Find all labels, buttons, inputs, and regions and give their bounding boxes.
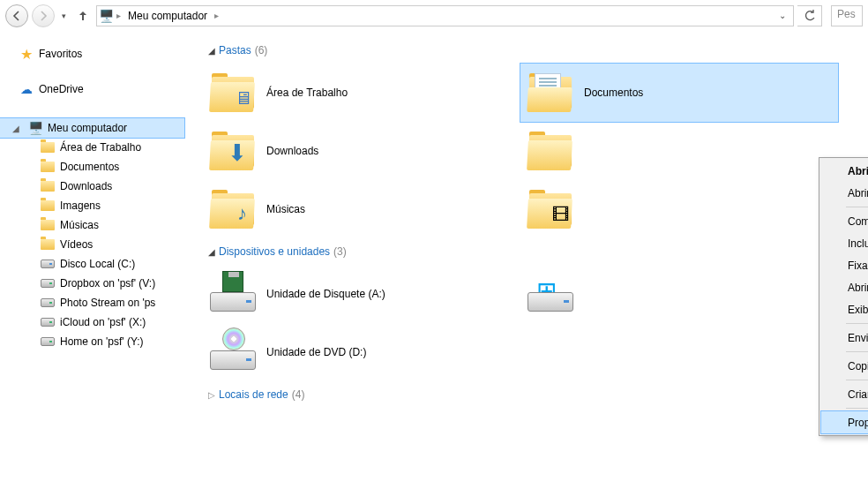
- folder-icon: [41, 200, 55, 211]
- section-count: (3): [333, 245, 347, 258]
- collapse-icon[interactable]: ◢: [208, 247, 215, 257]
- ctx-separator: [846, 351, 868, 352]
- sidebar-label: Favoritos: [39, 48, 82, 60]
- folder-icon: ♪: [210, 190, 256, 229]
- sidebar-item-desktop[interactable]: Área de Trabalho: [0, 138, 184, 157]
- ctx-label: Fixar na Tela Inicial: [848, 260, 868, 272]
- folder-tile-hidden2[interactable]: 🎞: [520, 180, 838, 238]
- ctx-label: Abrir: [848, 165, 868, 177]
- sidebar-item-label: Área de Trabalho: [60, 141, 141, 154]
- expand-icon[interactable]: ◢: [12, 124, 19, 133]
- sidebar-item-dropbox[interactable]: Dropbox on 'psf' (V:): [0, 274, 184, 293]
- sidebar-item-icloud[interactable]: iCloud on 'psf' (X:): [0, 312, 184, 332]
- ctx-open-new-window[interactable]: Abrir em nova janela: [821, 182, 868, 204]
- drive-icon: [41, 260, 55, 268]
- ctx-label: Incluir na biblioteca: [848, 237, 868, 250]
- up-button[interactable]: [73, 6, 93, 26]
- collapse-icon[interactable]: ◢: [208, 46, 215, 56]
- sidebar-item-music[interactable]: Músicas: [0, 215, 184, 235]
- breadcrumb-separator[interactable]: ▸: [113, 11, 124, 20]
- sidebar: ★ Favoritos ☁ OneDrive ◢ 🖥️ Meu computad…: [0, 32, 185, 489]
- section-title: Locais de rede: [219, 388, 288, 401]
- section-devices[interactable]: ◢ Dispositivos e unidades (3): [185, 245, 868, 258]
- sidebar-label: Meu computador: [48, 122, 127, 134]
- section-folders[interactable]: ◢ Pastas (6): [185, 44, 868, 56]
- history-dropdown[interactable]: ▾: [58, 11, 70, 20]
- computer-icon: 🖥️: [28, 121, 42, 135]
- computer-icon: 🖥️: [99, 9, 113, 23]
- folder-icon: 🎞: [528, 190, 573, 229]
- tile-label: Área de Trabalho: [266, 87, 348, 99]
- refresh-button[interactable]: [797, 5, 822, 26]
- sidebar-item-label: Músicas: [60, 219, 99, 231]
- expand-icon[interactable]: ▷: [208, 390, 215, 400]
- tile-label: Documentos: [584, 87, 643, 99]
- ctx-label: Propriedades: [848, 417, 868, 429]
- folder-icon: [41, 239, 55, 250]
- device-tile-floppy[interactable]: Unidade de Disquete (A:): [203, 265, 520, 323]
- folder-tile-downloads[interactable]: ⬇ Downloads: [203, 122, 520, 180]
- breadcrumb-separator[interactable]: ▸: [211, 11, 222, 20]
- sidebar-item-images[interactable]: Imagens: [0, 196, 184, 215]
- section-title: Pastas: [219, 44, 251, 56]
- folder-icon: [41, 162, 55, 172]
- ctx-open[interactable]: Abrir: [821, 160, 868, 182]
- network-drive-icon: [41, 279, 55, 288]
- folder-tile-music[interactable]: ♪ Músicas: [203, 180, 520, 238]
- address-bar[interactable]: 🖥️ ▸ Meu computador ▸ ⌄: [96, 5, 794, 26]
- sidebar-favorites[interactable]: ★ Favoritos: [0, 44, 184, 64]
- section-count: (4): [292, 388, 305, 401]
- ctx-show-finder[interactable]: Exibir no Finder: [821, 298, 868, 320]
- address-dropdown[interactable]: ⌄: [774, 11, 791, 20]
- folder-tile-documents[interactable]: Documentos: [520, 64, 838, 122]
- tile-label: Unidade de DVD (D:): [266, 346, 366, 358]
- folder-icon: [41, 181, 55, 192]
- forward-button[interactable]: [32, 4, 55, 27]
- search-input[interactable]: Pes: [831, 5, 863, 26]
- sidebar-item-documents[interactable]: Documentos: [0, 157, 184, 177]
- sidebar-item-label: Imagens: [60, 199, 101, 212]
- sidebar-item-label: Home on 'psf' (Y:): [60, 335, 144, 348]
- breadcrumb[interactable]: Meu computador: [124, 8, 211, 24]
- sidebar-item-label: Vídeos: [60, 238, 93, 251]
- sidebar-item-home[interactable]: Home on 'psf' (Y:): [0, 332, 184, 351]
- drive-icon: ⊞: [528, 276, 573, 312]
- sidebar-item-label: Documentos: [60, 161, 119, 173]
- tile-label: Unidade de Disquete (A:): [266, 288, 385, 300]
- ctx-separator: [846, 380, 868, 380]
- folder-icon: [41, 220, 55, 230]
- folder-icon: [528, 132, 573, 170]
- sidebar-item-photostream[interactable]: Photo Stream on 'ps: [0, 293, 184, 312]
- tile-label: Downloads: [266, 145, 318, 157]
- device-tile-dvd[interactable]: Unidade de DVD (D:): [203, 323, 520, 381]
- sidebar-computer[interactable]: ◢ 🖥️ Meu computador: [0, 118, 184, 138]
- sidebar-item-local-disk[interactable]: Disco Local (C:): [0, 254, 184, 274]
- ctx-include-library[interactable]: Incluir na biblioteca▶: [821, 232, 868, 254]
- ctx-open-mac[interactable]: Abrir no Mac: [821, 276, 868, 298]
- ctx-pin-start[interactable]: Fixar na Tela Inicial: [821, 254, 868, 276]
- ctx-label: Compartilhar com: [848, 215, 868, 228]
- sidebar-onedrive[interactable]: ☁ OneDrive: [0, 79, 184, 99]
- ctx-separator: [846, 207, 868, 207]
- section-network[interactable]: ▷ Locais de rede (4): [185, 388, 868, 401]
- folder-tile-desktop[interactable]: 🖥 Área de Trabalho: [203, 64, 520, 122]
- ctx-separator: [846, 323, 868, 324]
- sidebar-item-downloads[interactable]: Downloads: [0, 177, 184, 196]
- ctx-label: Copiar: [848, 360, 868, 372]
- sidebar-label: OneDrive: [39, 83, 84, 95]
- folder-icon: ⬇: [210, 132, 256, 170]
- folder-tile-hidden[interactable]: [520, 122, 838, 180]
- section-title: Dispositivos e unidades: [219, 245, 330, 258]
- sidebar-item-videos[interactable]: Vídeos: [0, 235, 184, 254]
- ctx-create-shortcut[interactable]: Criar atalho: [821, 383, 868, 405]
- back-button[interactable]: [5, 4, 28, 27]
- ctx-properties[interactable]: Propriedades: [821, 411, 868, 433]
- device-tile-hidden[interactable]: ⊞: [520, 265, 838, 323]
- sidebar-item-label: Dropbox on 'psf' (V:): [60, 277, 155, 290]
- ctx-copy[interactable]: Copiar: [821, 355, 868, 377]
- ctx-share-with[interactable]: Compartilhar com▶: [821, 210, 868, 232]
- sidebar-item-label: Photo Stream on 'ps: [60, 297, 155, 309]
- ctx-send-to[interactable]: Enviar para▶: [821, 327, 868, 349]
- content-area: ◢ Pastas (6) 🖥 Área de Trabalho Document…: [185, 32, 868, 489]
- ctx-label: Abrir em nova janela: [848, 187, 868, 199]
